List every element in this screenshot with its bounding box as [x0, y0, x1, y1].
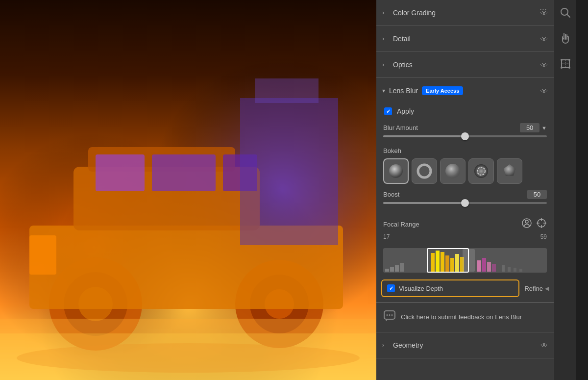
- blur-amount-row: Blur Amount 50 ▼: [383, 123, 547, 132]
- boost-value[interactable]: 50: [527, 190, 547, 199]
- detail-chevron: ›: [382, 35, 389, 42]
- focal-range-values: 17 59: [383, 233, 547, 240]
- svg-rect-50: [477, 260, 481, 272]
- visualize-depth-label: Visualize Depth: [399, 285, 443, 292]
- blur-amount-label: Blur Amount: [383, 124, 418, 131]
- more-options-icon[interactable]: ···: [539, 4, 547, 14]
- visualize-depth-left: Visualize Depth: [387, 284, 443, 292]
- optics-header-left: › Optics: [382, 61, 413, 69]
- geometry-header-left: › Geometry: [382, 341, 423, 349]
- visualize-depth-checkbox[interactable]: [387, 284, 395, 292]
- feedback-row[interactable]: Click here to submit feedback on Lens Bl…: [376, 303, 554, 332]
- refine-row: Refine ◀: [524, 285, 549, 292]
- color-grading-chevron: ›: [382, 9, 389, 16]
- svg-rect-38: [385, 269, 389, 272]
- apply-row: Apply: [376, 103, 554, 119]
- svg-line-64: [567, 15, 570, 18]
- optics-visibility-icon[interactable]: 👁: [540, 61, 548, 69]
- bokeh-option-ring[interactable]: [412, 158, 437, 184]
- viz-depth-outer: Visualize Depth Refine ◀: [376, 277, 554, 300]
- svg-rect-43: [436, 251, 440, 272]
- svg-point-68: [561, 59, 563, 61]
- color-grading-header[interactable]: › Color Grading 👁: [376, 0, 554, 25]
- svg-rect-17: [152, 154, 216, 191]
- blur-amount-slider[interactable]: [383, 135, 547, 137]
- focal-crosshair-icon[interactable]: [536, 218, 547, 230]
- detail-header[interactable]: › Detail 👁: [376, 26, 554, 51]
- svg-rect-54: [502, 265, 505, 272]
- lens-blur-chevron: ▾: [382, 87, 385, 94]
- bokeh-option-circle[interactable]: [383, 158, 409, 184]
- person-target-icon: [521, 218, 532, 228]
- blur-amount-slider-thumb[interactable]: [461, 132, 469, 140]
- bokeh-blade-icon: [501, 163, 518, 179]
- apply-label: Apply: [397, 107, 414, 115]
- bokeh-option-blade[interactable]: [497, 158, 522, 184]
- refine-label[interactable]: Refine: [524, 285, 543, 292]
- focal-range-section: Focal Range: [376, 214, 554, 246]
- main-image: [0, 0, 376, 380]
- lens-blur-header-left: ▾ Lens Blur Early Access: [382, 86, 463, 95]
- right-panel: ··· › Color Grading 👁 › Detail 👁: [376, 0, 588, 380]
- geometry-visibility-icon[interactable]: 👁: [540, 341, 548, 350]
- detail-visibility-icon[interactable]: 👁: [540, 35, 548, 43]
- svg-point-69: [568, 59, 570, 61]
- search-icon[interactable]: [558, 5, 573, 21]
- boost-slider[interactable]: [383, 202, 547, 204]
- boost-slider-thumb[interactable]: [461, 199, 469, 207]
- bokeh-cross-icon: [473, 163, 490, 179]
- focal-person-icon[interactable]: [521, 218, 532, 230]
- blur-amount-value[interactable]: 50: [520, 123, 539, 132]
- bokeh-label: Bokeh: [383, 147, 547, 154]
- svg-point-60: [387, 314, 388, 316]
- svg-point-31: [525, 220, 528, 223]
- svg-point-71: [568, 67, 570, 69]
- svg-point-62: [392, 314, 393, 316]
- svg-point-26: [445, 164, 460, 178]
- boost-section: Boost 50: [376, 190, 554, 214]
- apply-checkbox[interactable]: [384, 107, 392, 115]
- blur-amount-dropdown-icon[interactable]: ▼: [541, 125, 547, 131]
- lens-blur-header[interactable]: ▾ Lens Blur Early Access 👁: [376, 78, 554, 103]
- visualize-depth-row[interactable]: Visualize Depth: [381, 279, 519, 297]
- early-access-badge: Early Access: [422, 86, 463, 95]
- blur-amount-section: Blur Amount 50 ▼: [376, 119, 554, 147]
- color-grading-section: › Color Grading 👁: [376, 0, 554, 26]
- histogram-area: [376, 246, 554, 277]
- hand-tool-icon[interactable]: [558, 30, 573, 46]
- bokeh-soft-icon: [444, 163, 461, 179]
- bokeh-circle-icon: [388, 163, 404, 179]
- geometry-title: Geometry: [393, 341, 423, 349]
- geometry-section: › Geometry 👁: [376, 332, 554, 358]
- color-grading-header-left: › Color Grading: [382, 9, 436, 17]
- chat-bubble-icon: [383, 310, 396, 323]
- svg-rect-41: [400, 263, 404, 272]
- boost-row: Boost 50: [383, 190, 547, 199]
- lens-blur-section: ▾ Lens Blur Early Access 👁 Apply Blur Am…: [376, 78, 554, 303]
- svg-rect-16: [96, 154, 145, 191]
- svg-rect-45: [445, 255, 449, 272]
- optics-chevron: ›: [382, 61, 389, 68]
- histogram-svg: [383, 248, 547, 273]
- svg-point-24: [389, 164, 403, 178]
- histogram-canvas: [383, 248, 547, 273]
- panel-sidebar: [554, 0, 576, 380]
- feedback-chat-icon: [383, 310, 396, 325]
- svg-point-25: [418, 165, 431, 177]
- svg-rect-39: [390, 267, 394, 272]
- svg-rect-20: [240, 98, 338, 245]
- bokeh-option-cross[interactable]: [468, 158, 494, 184]
- svg-rect-53: [492, 264, 496, 272]
- optics-header[interactable]: › Optics 👁: [376, 52, 554, 77]
- focal-range-header: Focal Range: [383, 218, 547, 230]
- geometry-header[interactable]: › Geometry 👁: [376, 332, 554, 358]
- transform-tool-icon[interactable]: [558, 56, 573, 72]
- focal-range-min: 17: [383, 233, 390, 240]
- lens-blur-visibility-icon[interactable]: 👁: [540, 87, 548, 95]
- svg-rect-47: [455, 254, 459, 272]
- panel-main: ··· › Color Grading 👁 › Detail 👁: [376, 0, 554, 380]
- svg-rect-23: [0, 333, 376, 380]
- crosshair-icon: [536, 218, 547, 228]
- color-grading-title: Color Grading: [393, 9, 436, 17]
- bokeh-option-soft[interactable]: [440, 158, 466, 184]
